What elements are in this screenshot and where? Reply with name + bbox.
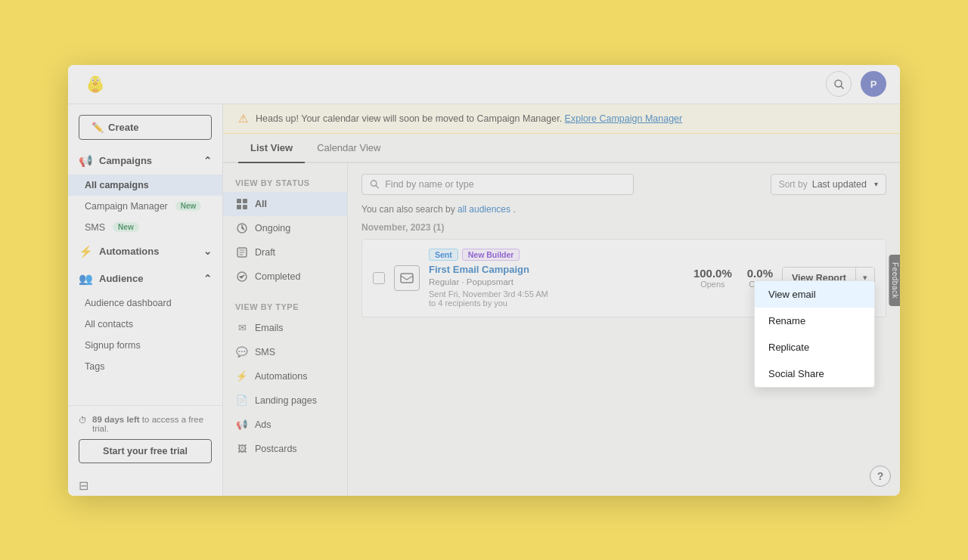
search-input[interactable]	[385, 179, 625, 190]
all-audiences-link[interactable]: all audiences	[458, 204, 510, 215]
search-icon	[370, 179, 379, 189]
svg-rect-11	[237, 199, 241, 203]
new-badge-sms: New	[113, 222, 139, 232]
sort-dropdown[interactable]: Sort by Last updated ▾	[771, 174, 886, 195]
postcards-icon: 🖼	[235, 442, 249, 456]
ads-icon: 📢	[235, 418, 249, 432]
help-button[interactable]: ?	[870, 466, 891, 487]
automations-filter-icon: ⚡	[235, 370, 249, 383]
alert-icon: ⚠	[238, 112, 248, 125]
campaign-row: Sent New Builder First Email Campaign Re…	[361, 239, 886, 317]
sidebar-item-audience-dashboard[interactable]: Audience dashboard	[68, 292, 222, 314]
svg-point-18	[371, 181, 377, 187]
main-layout: ✏️ Create 📢 Campaigns ⌃ All campaigns Ca…	[68, 104, 900, 496]
sidebar-section-automations: ⚡ Automations ⌄	[68, 238, 222, 265]
trial-info: ⏱ 89 days left to access a free trial.	[79, 415, 212, 433]
completed-icon	[235, 270, 249, 283]
filter-emails[interactable]: ✉ Emails	[223, 316, 347, 340]
svg-rect-19	[401, 274, 413, 283]
campaign-search-box[interactable]	[361, 174, 634, 195]
filter-completed[interactable]: Completed	[223, 265, 347, 289]
svg-point-4	[92, 79, 94, 81]
tab-calendar-view[interactable]: Calendar View	[305, 134, 392, 163]
audience-section-header[interactable]: 👥 Audience ⌃	[68, 265, 222, 292]
campaigns-main: View by Status All Ongoing	[223, 163, 900, 496]
sidebar-item-sms[interactable]: SMS New	[68, 217, 222, 238]
sidebar-item-all-campaigns[interactable]: All campaigns	[68, 175, 222, 196]
explore-campaign-manager-link[interactable]: Explore Campaign Manager	[565, 113, 683, 124]
campaign-list-area: Sort by Last updated ▾ You can also sear…	[348, 163, 900, 496]
filter-landing-pages[interactable]: 📄 Landing pages	[223, 388, 347, 413]
sidebar-item-tags[interactable]: Tags	[68, 356, 222, 377]
campaign-checkbox[interactable]	[373, 272, 385, 284]
svg-rect-12	[243, 199, 247, 203]
campaign-name[interactable]: First Email Campaign	[429, 264, 684, 275]
sidebar-item-campaign-manager[interactable]: Campaign Manager New	[68, 196, 222, 217]
filter-ads[interactable]: 📢 Ads	[223, 413, 347, 437]
builder-badge: New Builder	[462, 249, 520, 261]
filter-postcards[interactable]: 🖼 Postcards	[223, 437, 347, 461]
app-window: P ✏️ Create 📢 Campaigns ⌃ All campa	[68, 65, 900, 496]
clock-icon: ⏱	[79, 416, 88, 425]
campaigns-icon: 📢	[79, 154, 93, 168]
sms-icon: 💬	[235, 345, 249, 359]
dropdown-replicate[interactable]: Replicate	[755, 334, 874, 360]
view-tabs: List View Calendar View	[223, 134, 900, 163]
chevron-down-icon: ⌄	[203, 246, 212, 257]
create-button[interactable]: ✏️ Create	[79, 115, 212, 140]
campaigns-section-header[interactable]: 📢 Campaigns ⌃	[68, 147, 222, 175]
top-bar: P	[68, 65, 900, 104]
sidebar-item-all-contacts[interactable]: All contacts	[68, 314, 222, 335]
tab-list-view[interactable]: List View	[238, 134, 305, 163]
chevron-up-icon: ⌃	[203, 155, 212, 166]
filter-sms[interactable]: 💬 SMS	[223, 340, 347, 364]
svg-point-5	[97, 79, 98, 81]
alert-bar: ⚠ Heads up! Your calendar view will soon…	[223, 104, 900, 134]
draft-icon	[235, 246, 249, 259]
emails-icon: ✉	[235, 321, 249, 335]
campaign-sent-info: Sent Fri, November 3rd 4:55 AM to 4 reci…	[429, 289, 684, 308]
campaign-toolbar: Sort by Last updated ▾	[361, 174, 886, 195]
all-icon	[235, 197, 249, 211]
dropdown-social-share[interactable]: Social Share	[755, 360, 874, 387]
svg-point-8	[99, 82, 102, 86]
svg-point-7	[88, 82, 92, 86]
audience-icon: 👥	[79, 272, 93, 286]
filter-ongoing[interactable]: Ongoing	[223, 216, 347, 240]
new-badge-campaign-manager: New	[175, 201, 202, 211]
dropdown-rename[interactable]: Rename	[755, 308, 874, 334]
filter-draft[interactable]: Draft	[223, 240, 347, 265]
sidebar-footer-icons: ⊟	[68, 472, 222, 496]
opens-stat: 100.0% Opens	[693, 267, 732, 289]
sidebar-section-campaigns: 📢 Campaigns ⌃ All campaigns Campaign Man…	[68, 147, 222, 238]
status-filter-title: View by Status	[223, 174, 347, 192]
dropdown-view-email[interactable]: View email	[755, 281, 874, 308]
type-filter-title: View by Type	[223, 298, 347, 316]
feedback-tab[interactable]: Feedback	[889, 255, 900, 306]
start-trial-button[interactable]: Start your free trial	[79, 439, 212, 463]
sidebar-bottom: ⏱ 89 days left to access a free trial. S…	[68, 405, 222, 472]
content-area: ⚠ Heads up! Your calendar view will soon…	[223, 104, 900, 496]
svg-rect-14	[243, 205, 247, 209]
automations-icon: ⚡	[79, 245, 93, 258]
campaign-badges: Sent New Builder	[429, 249, 684, 261]
sent-badge: Sent	[429, 249, 458, 261]
svg-point-6	[93, 82, 97, 84]
landing-pages-icon: 📄	[235, 394, 249, 407]
sidebar-item-signup-forms[interactable]: Signup forms	[68, 335, 222, 356]
avatar[interactable]: P	[861, 71, 886, 97]
campaign-email-icon	[394, 265, 420, 291]
filter-all[interactable]: All	[223, 192, 347, 216]
collapse-icon[interactable]: ⊟	[79, 478, 88, 493]
top-bar-right: P	[826, 71, 886, 97]
filter-automations[interactable]: ⚡ Automations	[223, 364, 347, 388]
month-label: November, 2023 (1)	[361, 222, 886, 233]
campaign-info: Sent New Builder First Email Campaign Re…	[429, 249, 684, 308]
top-search-button[interactable]	[826, 71, 852, 97]
campaign-meta: Regular · Popupsmart	[429, 277, 684, 286]
pencil-icon: ✏️	[92, 122, 104, 133]
automations-section-header[interactable]: ⚡ Automations ⌄	[68, 238, 222, 265]
logo	[82, 70, 109, 97]
sidebar-section-audience: 👥 Audience ⌃ Audience dashboard All cont…	[68, 265, 222, 377]
svg-point-9	[92, 88, 99, 92]
